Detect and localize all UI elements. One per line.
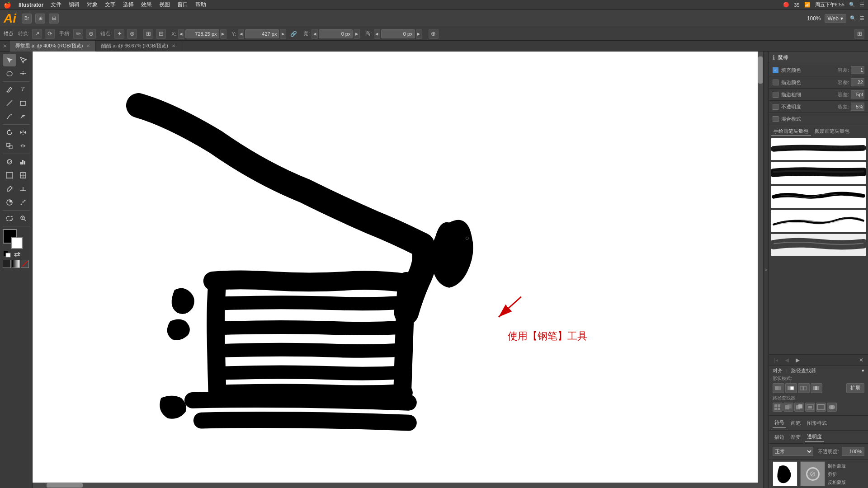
w-decrement[interactable]: ◂ xyxy=(311,29,318,39)
background-color[interactable] xyxy=(11,237,23,249)
scale-tool[interactable] xyxy=(3,140,16,152)
convert-corner-btn[interactable]: ↗ xyxy=(32,29,42,39)
panel-close-btn[interactable]: ✕ xyxy=(856,356,866,365)
hard-mix-btn[interactable] xyxy=(827,403,837,412)
crop-btn[interactable] xyxy=(805,403,815,412)
y-input[interactable] xyxy=(245,29,279,38)
tab-close-all[interactable]: ✕ xyxy=(0,43,10,49)
stroke-tolerance-input[interactable] xyxy=(851,78,864,86)
stroke-width-checkbox[interactable] xyxy=(773,92,778,98)
pencil-tool[interactable] xyxy=(3,110,16,123)
more-icon[interactable]: ☰ xyxy=(860,15,864,21)
thumb-preview-1[interactable]: ⊘ xyxy=(800,461,825,486)
brush-item-3[interactable] xyxy=(771,210,866,232)
pen-tool[interactable] xyxy=(3,83,16,96)
handle-btn1[interactable]: ✏ xyxy=(73,29,83,39)
search-toolbar-icon[interactable]: 🔍 xyxy=(850,15,856,21)
intersect-btn[interactable] xyxy=(798,383,810,393)
apple-menu[interactable]: 🍎 xyxy=(4,1,11,9)
rectangle-tool[interactable] xyxy=(17,97,29,109)
direct-selection-tool[interactable] xyxy=(17,54,29,66)
menubar-text[interactable]: 文字 xyxy=(105,1,116,9)
symbol-sprayer-tool[interactable] xyxy=(3,155,16,168)
x-input[interactable] xyxy=(185,29,219,38)
width-tolerance-input[interactable] xyxy=(851,90,864,99)
brush-tab-0[interactable]: 手绘画笔矢量包 xyxy=(771,127,811,136)
fill-color-checkbox[interactable]: ✓ xyxy=(773,67,778,73)
artboard-tool[interactable] xyxy=(3,169,16,182)
swap-colors-btn[interactable] xyxy=(13,251,22,258)
thumb-preview-0[interactable] xyxy=(773,461,797,486)
panel-info-icon[interactable]: ℹ xyxy=(773,54,775,61)
lasso-tool[interactable] xyxy=(3,67,16,80)
tab-0[interactable]: 弄堂里.ai @ 400% (RGB/预览) ✕ xyxy=(10,41,96,52)
control-icon[interactable]: ☰ xyxy=(860,2,864,8)
profile-dropdown[interactable]: Web ▾ xyxy=(825,14,846,23)
transform-point-btn[interactable]: ⊕ xyxy=(429,29,439,39)
x-decrement[interactable]: ◂ xyxy=(178,29,184,39)
y-decrement[interactable]: ◂ xyxy=(238,29,244,39)
align-btn[interactable]: ⊟ xyxy=(156,29,166,39)
opacity-value-input[interactable] xyxy=(842,447,864,456)
zoom-tool[interactable] xyxy=(17,212,29,225)
opacity-tolerance-input[interactable] xyxy=(851,103,864,111)
h-input[interactable] xyxy=(381,29,415,38)
pie-chart-tool[interactable] xyxy=(3,196,16,209)
symbol-tab-0[interactable]: 符号 xyxy=(773,418,786,427)
h-scrollbar[interactable] xyxy=(33,483,758,488)
nav-first-btn[interactable]: |◂ xyxy=(771,356,781,365)
menubar-file[interactable]: 文件 xyxy=(51,1,61,9)
arrange-btn[interactable]: ⊟ xyxy=(49,14,59,23)
solid-color-btn[interactable] xyxy=(3,260,11,268)
layout-btn[interactable]: ⊞ xyxy=(35,14,45,23)
nav-forward-btn[interactable]: ▶ xyxy=(793,356,802,365)
v-scrollbar-thumb[interactable] xyxy=(758,56,763,84)
unite-btn[interactable] xyxy=(773,383,784,393)
tab-0-close[interactable]: ✕ xyxy=(86,43,90,48)
blend-mode-select[interactable]: 正常 xyxy=(773,447,813,456)
w-increment[interactable]: ▸ xyxy=(354,29,360,39)
tab-1-close[interactable]: ✕ xyxy=(172,43,175,48)
rotate-tool[interactable] xyxy=(3,126,16,139)
h-increment[interactable]: ▸ xyxy=(416,29,422,39)
line-tool[interactable] xyxy=(3,97,16,109)
menubar-view[interactable]: 视图 xyxy=(159,1,170,9)
symbol-tab-1[interactable]: 画笔 xyxy=(789,419,802,427)
warp-tool[interactable] xyxy=(17,140,29,152)
menubar-window[interactable]: 窗口 xyxy=(177,1,188,9)
cut-label[interactable]: 剪切 xyxy=(828,471,846,478)
fill-tolerance-input[interactable] xyxy=(851,66,864,74)
panel-expand-btn[interactable]: ⊞ xyxy=(854,29,864,39)
y-increment[interactable]: ▸ xyxy=(280,29,286,39)
slice-tool[interactable] xyxy=(17,169,29,182)
measure-tool[interactable] xyxy=(17,183,29,195)
smooth-tool[interactable] xyxy=(17,110,29,123)
none-btn[interactable] xyxy=(21,260,29,268)
anchorpt-btn2[interactable]: ⊛ xyxy=(127,29,137,39)
scatter-graph-tool[interactable] xyxy=(17,196,29,209)
symbol-tab-2[interactable]: 图形样式 xyxy=(805,419,829,427)
brush-tab-1[interactable]: 颜废画笔矢量包 xyxy=(812,127,852,136)
eyedropper-tool[interactable] xyxy=(3,183,16,195)
outline-btn[interactable] xyxy=(816,403,826,412)
expand-btn[interactable]: 扩展 xyxy=(846,383,864,393)
selection-tool[interactable] xyxy=(3,54,16,66)
rectangle-select-tool[interactable] xyxy=(3,212,16,225)
stroke-tab-0[interactable]: 描边 xyxy=(773,433,786,441)
trim-btn[interactable] xyxy=(783,403,793,412)
search-icon[interactable]: 🔍 xyxy=(849,2,855,8)
magic-wand-tool[interactable] xyxy=(17,67,29,80)
v-scrollbar[interactable] xyxy=(758,52,763,488)
blend-mode-checkbox[interactable] xyxy=(773,116,778,122)
stroke-tab-1[interactable]: 渐变 xyxy=(789,433,802,441)
stroke-tab-2[interactable]: 透明度 xyxy=(805,432,824,441)
anchorpt-btn1[interactable]: ✦ xyxy=(114,29,124,39)
default-colors-btn[interactable] xyxy=(3,251,12,258)
minus-front-btn[interactable] xyxy=(785,383,797,393)
handle-btn2[interactable]: ⊕ xyxy=(86,29,96,39)
stroke-color-checkbox[interactable] xyxy=(773,80,778,85)
brush-item-2[interactable] xyxy=(771,186,866,208)
h-decrement[interactable]: ◂ xyxy=(374,29,380,39)
canvas-area[interactable]: 使用【钢笔】工具 xyxy=(33,52,763,488)
divide-btn[interactable] xyxy=(773,403,783,412)
